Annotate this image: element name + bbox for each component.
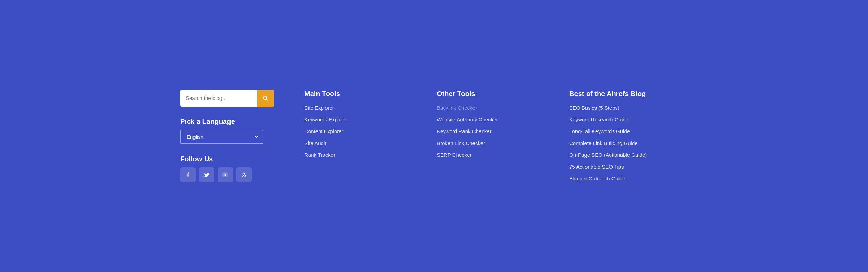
blogger-outreach-guide-link[interactable]: Blogger Outreach Guide [569, 176, 625, 181]
social-icons-container [180, 167, 274, 182]
website-authority-checker-link[interactable]: Website Authority Checker [437, 117, 498, 122]
other-tools-title: Other Tools [437, 90, 541, 98]
follow-title: Follow Us [180, 155, 274, 163]
blog-best-column: Best of the Ahrefs Blog SEO Basics (5 St… [555, 90, 688, 182]
facebook-icon[interactable] [180, 167, 196, 182]
svg-point-0 [263, 96, 267, 99]
language-section: Pick a Language English Spanish French G… [180, 118, 274, 144]
follow-section: Follow Us [180, 155, 274, 182]
blog-best-list: SEO Basics (5 Steps) Keyword Research Gu… [569, 105, 674, 182]
list-item: Broken Link Checker [437, 140, 541, 146]
language-title: Pick a Language [180, 118, 274, 126]
list-item: Keyword Research Guide [569, 117, 674, 123]
list-item: Blogger Outreach Guide [569, 176, 674, 182]
rank-tracker-link[interactable]: Rank Tracker [304, 152, 335, 158]
content-explorer-link[interactable]: Content Explorer [304, 128, 344, 134]
keyword-research-guide-link[interactable]: Keyword Research Guide [569, 117, 628, 122]
list-item: Site Audit [304, 140, 409, 146]
actionable-seo-tips-link[interactable]: 75 Actionable SEO Tips [569, 164, 624, 170]
broken-link-checker-link[interactable]: Broken Link Checker [437, 140, 485, 146]
list-item: Keywords Explorer [304, 117, 409, 123]
main-tools-list: Site Explorer Keywords Explorer Content … [304, 105, 409, 158]
on-page-seo-guide-link[interactable]: On-Page SEO (Actionable Guide) [569, 152, 647, 158]
twitter-icon[interactable] [199, 167, 214, 182]
footer: Pick a Language English Spanish French G… [164, 73, 704, 199]
long-tail-keywords-guide-link[interactable]: Long-Tail Keywords Guide [569, 128, 630, 134]
list-item: Backlink Checker [437, 105, 541, 111]
other-tools-column: Other Tools Backlink Checker Website Aut… [423, 90, 555, 182]
blog-best-title: Best of the Ahrefs Blog [569, 90, 674, 98]
list-item: Content Explorer [304, 128, 409, 135]
search-input[interactable] [180, 90, 257, 107]
serp-checker-link[interactable]: SERP Checker [437, 152, 472, 158]
search-button[interactable] [257, 90, 274, 107]
list-item: SEO Basics (5 Steps) [569, 105, 674, 111]
site-audit-link[interactable]: Site Audit [304, 140, 326, 146]
list-item: Long-Tail Keywords Guide [569, 128, 674, 135]
complete-link-building-guide-link[interactable]: Complete Link Building Guide [569, 140, 638, 146]
language-select[interactable]: English Spanish French German Portuguese [180, 130, 263, 144]
list-item: Keyword Rank Checker [437, 128, 541, 135]
svg-line-1 [266, 99, 268, 100]
list-item: SERP Checker [437, 152, 541, 158]
list-item: On-Page SEO (Actionable Guide) [569, 152, 674, 158]
seo-basics-link[interactable]: SEO Basics (5 Steps) [569, 105, 619, 111]
list-item: Site Explorer [304, 105, 409, 111]
search-icon [263, 95, 268, 101]
keyword-rank-checker-link[interactable]: Keyword Rank Checker [437, 128, 492, 134]
main-tools-column: Main Tools Site Explorer Keywords Explor… [290, 90, 423, 182]
left-column: Pick a Language English Spanish French G… [180, 90, 290, 182]
list-item: 75 Actionable SEO Tips [569, 164, 674, 170]
search-bar [180, 90, 274, 107]
list-item: Website Authority Checker [437, 117, 541, 123]
list-item: Complete Link Building Guide [569, 140, 674, 146]
keywords-explorer-link[interactable]: Keywords Explorer [304, 117, 348, 122]
site-explorer-link[interactable]: Site Explorer [304, 105, 334, 111]
list-item: Rank Tracker [304, 152, 409, 158]
other-tools-list: Backlink Checker Website Authority Check… [437, 105, 541, 158]
main-tools-title: Main Tools [304, 90, 409, 98]
svg-point-4 [242, 176, 243, 177]
rss-icon[interactable] [236, 167, 252, 182]
youtube-icon[interactable] [218, 167, 233, 182]
backlink-checker-link[interactable]: Backlink Checker [437, 105, 477, 111]
